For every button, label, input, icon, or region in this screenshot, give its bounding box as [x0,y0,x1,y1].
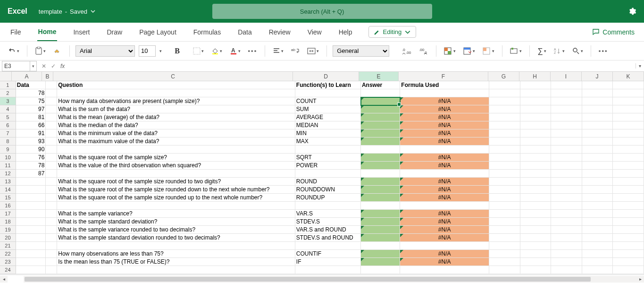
cell-I17[interactable] [551,210,582,218]
cell-D10[interactable]: SQRT [295,154,361,162]
cell-B5[interactable] [46,113,57,121]
cell-G19[interactable] [489,226,520,234]
cell-J12[interactable] [582,170,613,178]
col-header-H[interactable]: H [519,72,551,81]
cell-D9[interactable] [295,146,361,154]
cell-E3[interactable] [361,97,400,105]
align-button[interactable]: ▾ [271,46,285,56]
cell-I6[interactable] [551,121,582,129]
cell-E24[interactable] [361,266,400,274]
cell-B7[interactable] [46,129,57,137]
cell-D11[interactable]: POWER [295,162,361,170]
row-header-6[interactable]: 6 [0,121,16,129]
cell-E16[interactable] [361,202,400,210]
cell-I22[interactable] [551,250,582,258]
cell-A11[interactable]: 78 [16,162,46,170]
tab-insert[interactable]: Insert [72,23,91,41]
cell-B21[interactable] [46,242,57,250]
cancel-formula-button[interactable]: ✕ [42,63,46,69]
cell-G12[interactable] [489,170,520,178]
cell-F3[interactable]: #N/A [400,97,489,105]
cell-H20[interactable] [520,234,552,242]
cell-I23[interactable] [551,258,582,266]
font-size-input[interactable] [139,45,156,57]
row-header-16[interactable]: 16 [0,202,16,210]
cell-A7[interactable]: 91 [16,129,46,137]
cell-I21[interactable] [551,242,582,250]
cell-A15[interactable] [16,194,46,202]
cell-I18[interactable] [551,218,582,226]
cell-G16[interactable] [489,202,520,210]
row-header-8[interactable]: 8 [0,137,16,146]
cell-J15[interactable] [582,194,613,202]
cell-K7[interactable] [613,129,644,137]
cell-J20[interactable] [582,234,613,242]
cell-K20[interactable] [613,234,644,242]
cell-C6[interactable]: What is the median of the data? [57,121,295,129]
cell-E17[interactable] [361,210,400,218]
cell-J21[interactable] [582,242,613,250]
cell-I15[interactable] [551,194,582,202]
cell-K16[interactable] [613,202,644,210]
cell-J22[interactable] [582,250,613,258]
cell-C17[interactable]: What is the sample variance? [57,210,295,218]
cell-G24[interactable] [489,266,520,274]
cell-C21[interactable] [57,242,295,250]
cell-D22[interactable]: COUNTIF [295,250,361,258]
cell-F5[interactable]: #N/A [400,113,489,121]
font-size-stepper[interactable]: ▾ [159,49,162,53]
cell-G11[interactable] [489,162,520,170]
row-header-10[interactable]: 10 [0,154,16,162]
cell-D19[interactable]: VAR.S and ROUND [295,226,361,234]
row-header-3[interactable]: 3 [0,97,16,105]
tab-draw[interactable]: Draw [106,23,123,41]
name-box[interactable]: E3 [2,61,30,71]
cell-H9[interactable] [520,146,552,154]
cell-E7[interactable] [361,129,400,137]
cell-F22[interactable]: #N/A [400,250,489,258]
cell-C13[interactable]: What is the square root of the sample si… [57,178,295,186]
horizontal-scrollbar[interactable]: ◂ ▸ [0,274,644,283]
cell-K24[interactable] [613,266,644,274]
cell-J7[interactable] [582,129,613,137]
cell-H24[interactable] [520,266,552,274]
row-header-4[interactable]: 4 [0,105,16,113]
cell-J9[interactable] [582,146,613,154]
cell-B23[interactable] [46,258,57,266]
format-table-button[interactable]: ▾ [461,46,477,56]
col-header-E[interactable]: E [359,72,399,81]
cell-A21[interactable] [16,242,46,250]
cell-H4[interactable] [520,105,552,113]
cell-D21[interactable] [295,242,361,250]
cell-B8[interactable] [46,137,57,146]
cell-H15[interactable] [520,194,552,202]
cell-H1[interactable] [520,81,552,89]
cell-E12[interactable] [361,170,400,178]
cell-F6[interactable]: #N/A [400,121,489,129]
cell-F10[interactable]: #N/A [400,154,489,162]
cell-G4[interactable] [489,105,520,113]
cell-I8[interactable] [551,137,582,146]
row-header-24[interactable]: 24 [0,266,16,274]
cell-G13[interactable] [489,178,520,186]
cell-D13[interactable]: ROUND [295,178,361,186]
cell-D7[interactable]: MIN [295,129,361,137]
cell-E14[interactable] [361,186,400,194]
cell-K9[interactable] [613,146,644,154]
cell-I1[interactable] [551,81,582,89]
merge-button[interactable]: ▾ [305,46,321,56]
cell-E13[interactable] [361,178,400,186]
cell-E23[interactable] [361,258,400,266]
row-header-21[interactable]: 21 [0,242,16,250]
cell-A1[interactable]: Data [16,81,46,89]
cell-C12[interactable] [57,170,295,178]
cell-J16[interactable] [582,202,613,210]
col-header-K[interactable]: K [613,72,644,81]
cell-G23[interactable] [489,258,520,266]
cell-A16[interactable] [16,202,46,210]
cell-K23[interactable] [613,258,644,266]
cell-I10[interactable] [551,154,582,162]
cell-I4[interactable] [551,105,582,113]
cell-H18[interactable] [520,218,552,226]
cell-E2[interactable] [361,89,400,97]
